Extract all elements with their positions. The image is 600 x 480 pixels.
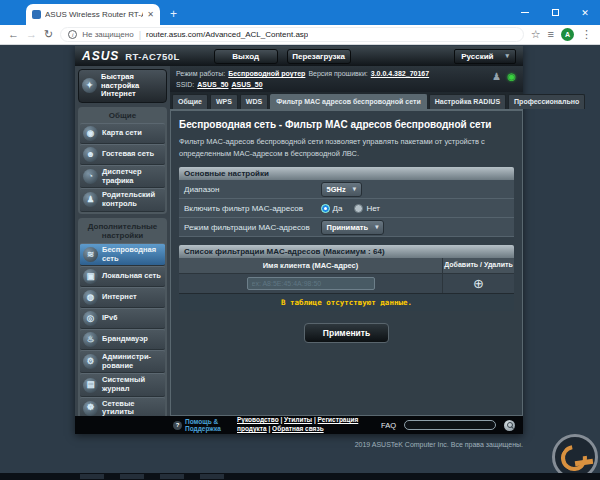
enable-filter-label: Включить фильтр MAC-адресов bbox=[184, 204, 321, 213]
apply-button[interactable]: Применить bbox=[304, 323, 389, 343]
band-select[interactable]: 5GHz ▾ bbox=[321, 182, 362, 197]
window-controls: ✕ bbox=[510, 0, 600, 25]
tab-mac-filter[interactable]: Фильтр MAC адресов беспроводной сети bbox=[270, 94, 427, 109]
browser-tab[interactable]: ASUS Wireless Router RT-AC750 ✕ bbox=[26, 4, 160, 25]
taskbar-app-button[interactable] bbox=[160, 474, 184, 479]
firmware-value-link[interactable]: 3.0.0.4.382_70167 bbox=[371, 69, 429, 80]
forward-icon[interactable]: → bbox=[26, 29, 37, 40]
sidebar-item-network-map[interactable]: ◉ Карта сети bbox=[80, 123, 165, 144]
radio-no-icon[interactable] bbox=[354, 204, 363, 213]
column-add-delete: Добавить / Удалить bbox=[442, 258, 514, 273]
sidebar-item-system-log[interactable]: ▤ Системный журнал bbox=[80, 373, 165, 396]
radio-yes-icon[interactable] bbox=[321, 204, 330, 213]
firewall-icon: ♨ bbox=[83, 332, 98, 347]
sidebar-item-parental-control[interactable]: ♟ Родительский контроль bbox=[80, 188, 165, 211]
window-minimize-button[interactable] bbox=[510, 0, 540, 25]
sidebar-item-lan[interactable]: ▣ Локальная сеть bbox=[80, 266, 165, 287]
basic-settings-header: Основные настройки bbox=[179, 167, 514, 180]
profile-avatar[interactable]: A bbox=[561, 28, 574, 41]
reload-icon[interactable]: ↻ bbox=[44, 29, 53, 40]
radio-no-option[interactable]: Нет bbox=[354, 204, 380, 213]
help-support-link[interactable]: ? Помощь & Поддержка bbox=[173, 418, 229, 433]
utilities-link[interactable]: Утилиты bbox=[284, 416, 312, 423]
sidebar-item-label: Беспроводная сеть bbox=[102, 246, 162, 263]
reboot-button[interactable]: Перезагрузка bbox=[287, 49, 351, 64]
ssid-label: SSID: bbox=[176, 80, 194, 91]
faq-label: FAQ bbox=[381, 421, 396, 430]
tab-professional[interactable]: Профессионально bbox=[508, 94, 585, 109]
band-row: Диапазон 5GHz ▾ bbox=[179, 180, 514, 199]
tab-close-icon[interactable]: ✕ bbox=[147, 11, 154, 19]
taskbar-app-button[interactable] bbox=[80, 474, 104, 479]
reading-list-icon[interactable]: ≡ bbox=[548, 29, 554, 40]
taskbar-app-button[interactable] bbox=[200, 474, 224, 479]
sidebar-item-label: Карта сети bbox=[102, 129, 142, 138]
link-separator: | bbox=[268, 425, 270, 432]
sidebar-item-label: Родительский контроль bbox=[102, 191, 162, 208]
router-body: ✦ Быстрая настройка Интернет Общие ◉ Кар… bbox=[75, 66, 523, 416]
client-status-icon[interactable]: ♟ bbox=[492, 72, 501, 82]
guest-network-icon: ☻ bbox=[83, 147, 98, 162]
logout-button[interactable]: Выход bbox=[214, 49, 278, 64]
window-maximize-button[interactable] bbox=[540, 0, 570, 25]
site-info-icon[interactable]: i bbox=[68, 30, 77, 39]
ipv6-icon: ◎ bbox=[83, 311, 98, 326]
sidebar-item-wireless[interactable]: ≋ Беспроводная сеть bbox=[80, 243, 165, 266]
add-mac-button[interactable]: ⊕ bbox=[473, 277, 484, 290]
page-title: Беспроводная сеть - Фильтр MAC адресов б… bbox=[179, 119, 514, 136]
sidebar-item-guest-network[interactable]: ☻ Гостевая сеть bbox=[80, 144, 165, 165]
back-icon[interactable]: ← bbox=[8, 29, 19, 40]
mac-input-row: ⊕ bbox=[179, 274, 514, 293]
enable-filter-radio-group: Да Нет bbox=[321, 204, 381, 213]
tab-radius[interactable]: Настройка RADIUS bbox=[429, 94, 506, 109]
browser-toolbar: ← → ↻ i Не защищено | router.asus.com/Ad… bbox=[0, 25, 600, 45]
status-bar: Режим работы: Беспроводной роутер Версия… bbox=[170, 66, 523, 92]
address-bar[interactable]: i Не защищено | router.asus.com/Advanced… bbox=[60, 27, 523, 42]
quick-setup-label: Быстрая настройка Интернет bbox=[101, 73, 163, 99]
sidebar-item-label: Интернет bbox=[102, 293, 137, 302]
sidebar-item-wan[interactable]: ◍ Интернет bbox=[80, 287, 165, 308]
sidebar-item-traffic-manager[interactable]: ◔ Диспетчер трафика bbox=[80, 165, 165, 188]
sidebar: ✦ Быстрая настройка Интернет Общие ◉ Кар… bbox=[75, 66, 170, 416]
network-map-icon: ◉ bbox=[83, 126, 98, 141]
internet-status-icon[interactable]: ◉ bbox=[507, 72, 516, 82]
firmware-label: Версия прошивки: bbox=[308, 69, 367, 80]
radio-yes-option[interactable]: Да bbox=[321, 204, 343, 213]
sidebar-item-firewall[interactable]: ♨ Брандмауэр bbox=[80, 329, 165, 350]
router-admin-ui: ASUS RT-AC750L Выход Перезагрузка Русски… bbox=[75, 46, 523, 434]
tab-general[interactable]: Общие bbox=[172, 94, 208, 109]
faq-search-input[interactable] bbox=[404, 420, 496, 430]
band-label: Диапазон bbox=[184, 185, 321, 194]
chevron-down-icon: ▾ bbox=[375, 223, 378, 231]
manual-link[interactable]: Руководство bbox=[237, 416, 279, 423]
window-close-button[interactable]: ✕ bbox=[570, 0, 600, 25]
mac-address-input[interactable] bbox=[247, 277, 375, 290]
taskbar-app-button[interactable] bbox=[120, 474, 144, 479]
sidebar-item-label: Системный журнал bbox=[102, 376, 162, 393]
administration-icon: ⚙ bbox=[83, 354, 98, 369]
mac-table-header: Имя клиента (MAC-адрес) Добавить / Удали… bbox=[179, 258, 514, 274]
internet-icon: ◍ bbox=[83, 290, 98, 305]
language-select[interactable]: Русский ▾ bbox=[454, 49, 516, 64]
faq-search-icon[interactable] bbox=[504, 420, 515, 431]
sidebar-item-ipv6[interactable]: ◎ IPv6 bbox=[80, 308, 165, 329]
link-separator: | bbox=[280, 416, 282, 423]
new-tab-button[interactable]: + bbox=[170, 8, 177, 20]
tab-wps[interactable]: WPS bbox=[210, 94, 238, 109]
filter-mode-label: Режим фильтрации MAC-адресов bbox=[184, 223, 321, 232]
tab-wds[interactable]: WDS bbox=[240, 94, 268, 109]
bookmark-star-icon[interactable]: ☆ bbox=[531, 29, 541, 40]
radio-no-label: Нет bbox=[366, 204, 380, 213]
footer-links: Руководство | Утилиты | Регистрация прод… bbox=[237, 416, 363, 434]
browser-menu-icon[interactable]: ⋮ bbox=[581, 29, 592, 40]
sidebar-item-quick-setup[interactable]: ✦ Быстрая настройка Интернет bbox=[78, 69, 167, 103]
ssid-1-link[interactable]: ASUS_50 bbox=[197, 80, 228, 91]
chevron-down-icon: ▾ bbox=[505, 52, 509, 60]
filter-mode-select[interactable]: Принимать ▾ bbox=[321, 220, 385, 235]
feedback-link[interactable]: Обратная связь bbox=[272, 425, 324, 432]
wireless-icon: ≋ bbox=[83, 247, 98, 262]
network-tools-icon: ☸ bbox=[83, 401, 98, 416]
ssid-2-link[interactable]: ASUS_50 bbox=[231, 80, 262, 91]
sidebar-item-administration[interactable]: ⚙ Администри- рование bbox=[80, 350, 165, 373]
mode-value-link[interactable]: Беспроводной роутер bbox=[228, 69, 305, 80]
